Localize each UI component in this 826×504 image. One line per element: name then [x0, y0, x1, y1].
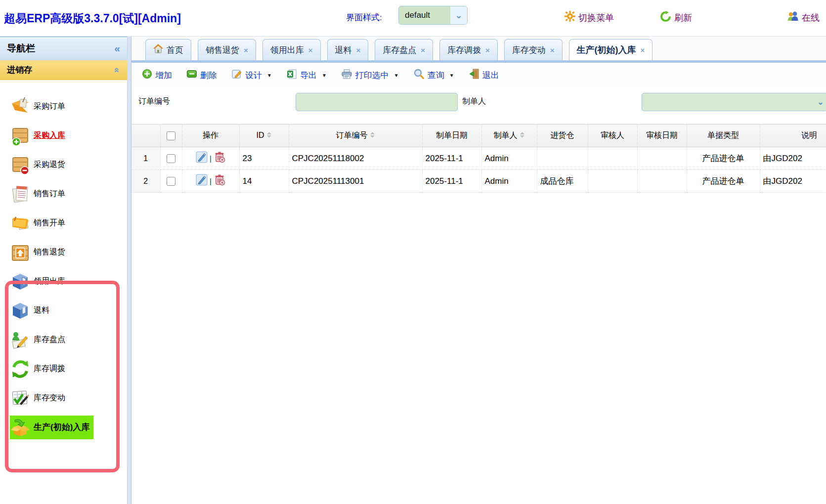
chevron-down-icon[interactable]: ⌄: [817, 97, 824, 107]
delete-row-icon[interactable]: [214, 174, 225, 188]
sidebar-splitter[interactable]: [128, 37, 131, 504]
cell-auditor: [588, 170, 637, 193]
switch-menu-button[interactable]: 切换菜单: [565, 11, 614, 24]
sidebar-item-sales-return[interactable]: 销售退货: [0, 238, 127, 267]
sidebar-item-sales-billing[interactable]: 销售开单: [0, 209, 127, 238]
app-title: 超易ERP高级版3.3.7.0[试][Admin]: [4, 11, 181, 26]
sort-icon[interactable]: [266, 131, 272, 140]
filter-bar: 订单编号 制单人 ⌄: [131, 87, 826, 116]
tab-label: 销售退货: [206, 44, 239, 56]
print-selected-button[interactable]: 打印选中 ▼: [342, 69, 399, 82]
design-button[interactable]: 设计 ▼: [232, 69, 272, 82]
col-maker[interactable]: 制单人: [481, 125, 537, 147]
col-note[interactable]: 说明: [760, 125, 826, 147]
sort-icon[interactable]: [520, 131, 525, 140]
tab-home[interactable]: 首页: [145, 39, 191, 60]
col-audit-date[interactable]: 审核日期: [637, 125, 687, 147]
home-icon: [153, 44, 163, 56]
print-selected-label: 打印选中: [355, 70, 389, 81]
add-label: 增加: [155, 70, 172, 81]
interface-style-select[interactable]: default ⌄: [398, 6, 468, 25]
delete-row-icon[interactable]: [214, 151, 225, 166]
tab-stocktake[interactable]: 库存盘点 ×: [375, 39, 433, 60]
table-row[interactable]: 2 | 14 CPJC20251113001 2025-11-1 Admin 成…: [131, 170, 826, 193]
cell-audit-date: [637, 170, 687, 193]
online-users-button[interactable]: 在线: [787, 11, 820, 24]
tab-stock-transfer[interactable]: 库存调拨 ×: [439, 39, 498, 60]
row-number: 1: [131, 147, 160, 170]
dropdown-caret-icon[interactable]: ▼: [449, 73, 454, 78]
tab-material-return[interactable]: 退料 ×: [327, 39, 369, 60]
sidebar-item-purchase-inbound[interactable]: 采购入库: [0, 121, 127, 150]
row-ops-cell: |: [182, 147, 239, 170]
sidebar-item-material-return[interactable]: 退料: [0, 296, 127, 325]
tab-label: 退料: [335, 44, 352, 56]
purchase-order-icon: [10, 96, 31, 117]
col-warehouse[interactable]: 进货仓: [537, 125, 588, 147]
refresh-button[interactable]: 刷新: [660, 11, 692, 25]
dropdown-caret-icon[interactable]: ▼: [322, 73, 327, 78]
tab-label: 首页: [167, 44, 183, 56]
select-all-checkbox[interactable]: [167, 131, 175, 140]
close-icon[interactable]: ×: [641, 46, 645, 54]
query-button[interactable]: 查询 ▼: [414, 69, 454, 82]
col-date[interactable]: 制单日期: [422, 125, 481, 147]
op-separator: |: [210, 154, 212, 163]
sidebar-group-header[interactable]: 进销存 «: [0, 60, 127, 80]
close-icon[interactable]: ×: [485, 46, 490, 54]
col-ops[interactable]: 操作: [182, 125, 239, 147]
add-button[interactable]: 增加: [142, 69, 172, 81]
row-checkbox[interactable]: [167, 154, 175, 163]
delete-button[interactable]: 删除: [187, 70, 217, 81]
dropdown-caret-icon[interactable]: ▼: [267, 73, 272, 78]
maker-select[interactable]: ⌄: [642, 93, 826, 111]
close-icon[interactable]: ×: [356, 46, 361, 54]
cell-note: 由JGD202: [760, 147, 826, 170]
col-id[interactable]: ID: [239, 125, 289, 147]
table-row[interactable]: 1 | 23 CPJC20251118002 2025-11-1 Admin 产…: [131, 147, 826, 170]
sidebar-item-stock-transfer[interactable]: 库存调拨: [0, 354, 127, 383]
sidebar-item-sales-order[interactable]: 销售订单: [0, 179, 127, 209]
close-icon[interactable]: ×: [308, 46, 313, 54]
tab-stock-change[interactable]: 库存变动 ×: [504, 39, 563, 60]
dropdown-caret-icon[interactable]: ▼: [394, 73, 399, 78]
search-icon: [414, 69, 424, 82]
sidebar-item-stock-change[interactable]: 库存变动: [0, 383, 127, 413]
col-auditor[interactable]: 审核人: [588, 125, 637, 147]
sales-billing-icon: [10, 213, 31, 234]
stock-change-icon: [10, 388, 31, 409]
col-order-no[interactable]: 订单编号: [289, 125, 422, 147]
switch-menu-label: 切换菜单: [578, 12, 614, 24]
close-icon[interactable]: ×: [550, 46, 555, 54]
cell-order-no: CPJC20251113001: [289, 170, 422, 193]
tab-production-inbound[interactable]: 生产(初始)入库 ×: [569, 39, 653, 60]
export-excel-icon: [287, 69, 297, 82]
col-doc-type[interactable]: 单据类型: [687, 125, 760, 147]
sidebar-item-production-inbound[interactable]: 生产(初始)入库: [0, 413, 127, 442]
tab-label: 库存调拨: [447, 44, 481, 56]
chevron-down-icon[interactable]: ⌄: [450, 6, 467, 24]
sidebar-item-purchase-order[interactable]: 采购订单: [0, 92, 127, 121]
collapse-sidebar-icon[interactable]: «: [114, 42, 120, 54]
sidebar-menu: 采购订单 采购入库 采购退货 销售订单 销售开单: [0, 80, 127, 442]
close-icon[interactable]: ×: [421, 46, 425, 54]
sidebar-item-stocktake[interactable]: 库存盘点: [0, 325, 127, 354]
row-checkbox[interactable]: [167, 177, 175, 186]
exit-button[interactable]: 退出: [469, 69, 499, 82]
collapse-group-icon[interactable]: «: [112, 67, 123, 73]
tab-sales-return[interactable]: 销售退货 ×: [198, 39, 256, 60]
sidebar-item-label: 库存变动: [34, 393, 65, 403]
edit-icon[interactable]: [196, 174, 208, 188]
cell-audit-date: [637, 147, 687, 170]
tab-label: 生产(初始)入库: [577, 44, 636, 56]
cell-date: 2025-11-1: [422, 147, 481, 170]
export-button[interactable]: 导出 ▼: [287, 69, 327, 82]
sidebar-item-purchase-return[interactable]: 采购退货: [0, 150, 127, 179]
order-no-input[interactable]: [296, 93, 458, 111]
sort-icon[interactable]: [370, 131, 375, 140]
tab-requisition-outbound[interactable]: 领用出库 ×: [262, 39, 321, 60]
edit-icon[interactable]: [196, 151, 208, 166]
row-select-cell: [160, 170, 182, 193]
close-icon[interactable]: ×: [244, 46, 248, 54]
sidebar-item-requisition-outbound[interactable]: 领用出库: [0, 267, 127, 296]
